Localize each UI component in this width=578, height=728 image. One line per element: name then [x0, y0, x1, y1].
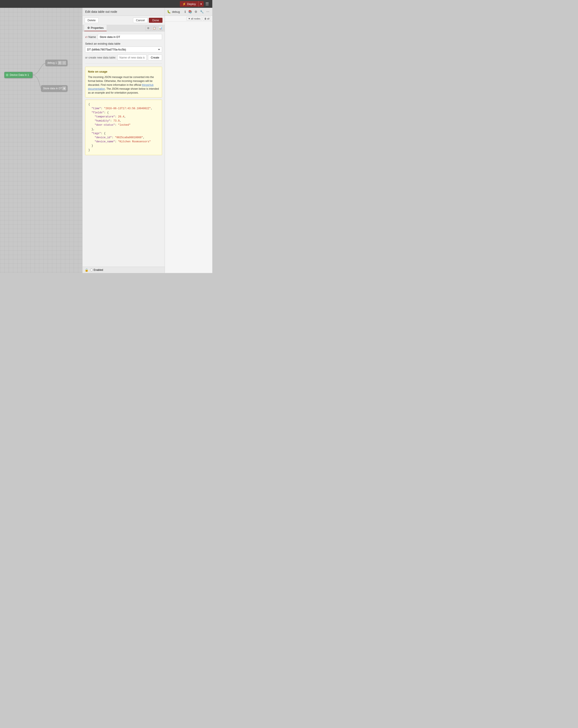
debug-node-list-icon[interactable]: ☰	[58, 61, 62, 65]
debug-panel-title: debug	[172, 10, 180, 14]
filter-nodes-btn[interactable]: ▼ all nodes	[186, 17, 202, 21]
tab-copy-icon-btn[interactable]: 📋	[152, 26, 157, 31]
panel-header: Edit data table out node	[82, 8, 165, 16]
code-line-2: "time": "2016-06-13T17:43:50.1004002Z",	[88, 107, 159, 111]
debug-panel: 🐛 debug ℹ 📚 ⚙ 🔧 ⋯ ▼ all nodes 🗑 all	[165, 8, 212, 273]
create-label: or create new data table:	[85, 56, 116, 59]
note-box: Note on usage The incoming JSON message …	[85, 67, 162, 98]
debug-book-btn[interactable]: 📚	[187, 9, 193, 14]
enabled-radio-circle[interactable]	[90, 269, 93, 271]
data-table-select[interactable]: DT (b89dc78075ad770a-fcc5b)	[85, 47, 162, 52]
store-node-buttons: 🗑	[62, 86, 66, 90]
store-node-action-icon[interactable]: 🗑	[62, 86, 66, 90]
deploy-label: Deploy	[187, 2, 196, 6]
enabled-label: Enabled	[94, 268, 103, 271]
deploy-icon: ⚡	[182, 2, 186, 6]
create-table-row: or create new data table: Create	[85, 55, 162, 60]
debug-more-btn[interactable]: ⋯	[205, 9, 210, 14]
code-line-11: }	[88, 144, 159, 148]
canvas-connections	[0, 8, 82, 273]
debug-node-buttons: ☰ □	[58, 61, 66, 65]
code-block: { "time": "2016-06-13T17:43:50.1004002Z"…	[85, 100, 162, 155]
debug-gear-btn[interactable]: ⚙	[194, 9, 198, 14]
new-table-name-input[interactable]	[117, 55, 147, 60]
select-section: Select an existing data table DT (b89dc7…	[85, 42, 162, 52]
debug-panel-header: 🐛 debug ℹ 📚 ⚙ 🔧 ⋯	[165, 8, 212, 16]
code-line-5: "humidity": 73.9,	[88, 119, 159, 123]
delete-button[interactable]: Delete	[85, 18, 99, 23]
name-input[interactable]	[98, 34, 162, 40]
code-line-4: "temperature": 20.4,	[88, 115, 159, 119]
debug-toolbar: ▼ all nodes 🗑 all	[165, 16, 212, 22]
canvas-node-device-data[interactable]: Device Data In 1	[4, 72, 32, 78]
tab-properties[interactable]: ⚙ Properties	[84, 25, 107, 31]
edit-panel: Edit data table out node Delete Cancel D…	[82, 8, 165, 273]
properties-tab-label: Properties	[91, 26, 104, 29]
hamburger-menu-button[interactable]: ☰	[204, 1, 211, 6]
debug-info-btn[interactable]: ℹ	[184, 9, 186, 14]
name-row: 🏷 Name	[85, 34, 162, 40]
debug-settings-btn[interactable]: 🔧	[199, 9, 205, 14]
code-line-7: },	[88, 127, 159, 131]
canvas-node-store[interactable]: Store data in DT 🗑	[41, 85, 67, 92]
form-content: 🏷 Name Select an existing data table DT …	[82, 31, 165, 267]
tab-action-icons: ⚙ 📋 📊	[146, 26, 163, 31]
code-line-9: "device_id": "0025ca0a00010008",	[88, 136, 159, 140]
lock-icon: 🔒	[85, 268, 88, 272]
code-line-10: "device_name": "Kitchen Roomsensors"	[88, 140, 159, 144]
code-line-6: "door-status": "locked"	[88, 123, 159, 127]
tab-export-icon-btn[interactable]: 📊	[158, 26, 163, 31]
clear-all-btn[interactable]: 🗑 all	[203, 17, 211, 21]
code-line-1: {	[88, 103, 159, 107]
select-label: Select an existing data table	[85, 42, 162, 45]
canvas-node-debug[interactable]: debug 1 ☰ □	[46, 60, 67, 66]
clear-icon: 🗑	[204, 17, 207, 20]
name-label: 🏷 Name	[85, 35, 96, 38]
note-text: The incoming JSON message must be conver…	[88, 75, 159, 95]
code-line-12: }	[88, 148, 159, 152]
clear-label: all	[207, 17, 210, 20]
canvas-area[interactable]: Device Data In 1 debug 1 ☰ □ Store data …	[0, 8, 82, 273]
code-line-8: "tags": {	[88, 131, 159, 136]
divider	[85, 63, 162, 64]
debug-panel-icon: 🐛	[167, 10, 171, 14]
cancel-button[interactable]: Cancel	[133, 18, 147, 23]
create-button[interactable]: Create	[148, 55, 162, 60]
properties-tab-icon: ⚙	[87, 26, 90, 29]
panel-toolbar: Delete Cancel Done	[82, 16, 165, 25]
node-store-label: Store data in DT	[43, 87, 62, 90]
enabled-radio[interactable]: Enabled	[90, 268, 103, 271]
tab-bar: ⚙ Properties ⚙ 📋 📊	[82, 25, 165, 31]
tab-settings-icon-btn[interactable]: ⚙	[146, 26, 151, 31]
done-button[interactable]: Done	[149, 18, 162, 23]
bottom-bar: 🔒 Enabled	[82, 267, 165, 273]
deploy-arrow-icon[interactable]: ▾	[199, 1, 204, 7]
filter-label: all nodes	[191, 17, 201, 20]
top-bar: ⚡ Deploy ▾ ☰	[0, 0, 212, 8]
panel-title: Edit data table out node	[85, 10, 117, 14]
tag-icon: 🏷	[85, 36, 87, 38]
node-device-data-label: Device Data In 1	[10, 74, 29, 77]
main-area: Device Data In 1 debug 1 ☰ □ Store data …	[0, 8, 212, 273]
filter-icon: ▼	[188, 17, 190, 20]
deploy-button[interactable]: ⚡ Deploy ▾	[180, 1, 204, 7]
debug-content	[165, 22, 212, 273]
code-line-3: "fields": {	[88, 111, 159, 115]
node-debug-label: debug 1	[48, 61, 57, 64]
note-title: Note on usage	[88, 70, 159, 74]
debug-node-action-icon[interactable]: □	[62, 61, 66, 65]
